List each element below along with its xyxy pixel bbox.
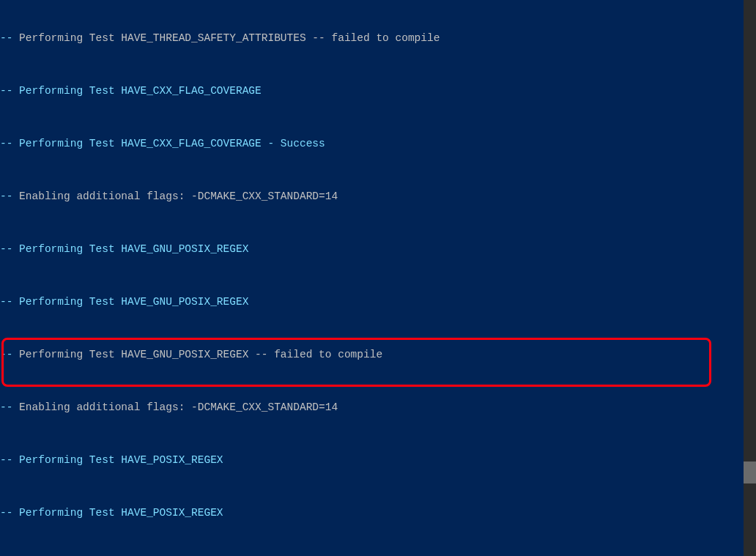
term-line: -- Performing Test HAVE_CXX_FLAG_COVERAG… bbox=[0, 84, 738, 97]
terminal-output: -- Performing Test HAVE_THREAD_SAFETY_AT… bbox=[0, 0, 738, 556]
terminal-scrollbar[interactable] bbox=[744, 0, 756, 556]
term-line: -- Performing Test HAVE_GNU_POSIX_REGEX bbox=[0, 242, 738, 256]
term-line: -- Performing Test HAVE_THREAD_SAFETY_AT… bbox=[0, 31, 738, 45]
term-line: -- Enabling additional flags: -DCMAKE_CX… bbox=[0, 190, 738, 203]
term-line: -- Enabling additional flags: -DCMAKE_CX… bbox=[0, 401, 738, 414]
term-line: -- Performing Test HAVE_GNU_POSIX_REGEX bbox=[0, 295, 738, 308]
term-line: -- Performing Test HAVE_POSIX_REGEX bbox=[0, 506, 738, 519]
term-line: -- Performing Test HAVE_CXX_FLAG_COVERAG… bbox=[0, 137, 738, 150]
term-line: -- Performing Test HAVE_POSIX_REGEX bbox=[0, 453, 738, 467]
scrollbar-thumb[interactable] bbox=[744, 462, 756, 483]
term-line: -- Performing Test HAVE_GNU_POSIX_REGEX … bbox=[0, 348, 738, 361]
powershell-terminal[interactable]: -- Performing Test HAVE_THREAD_SAFETY_AT… bbox=[0, 0, 756, 556]
